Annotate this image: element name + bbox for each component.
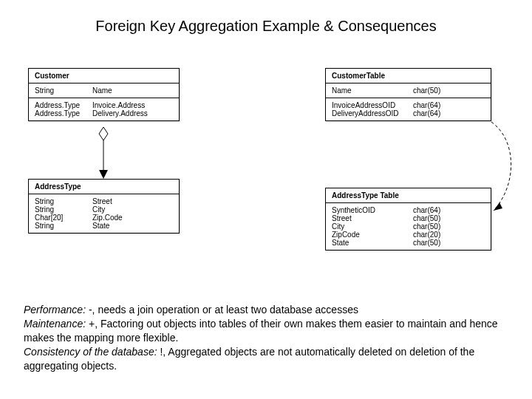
attr-name: Street — [92, 197, 173, 205]
col-type: char(64) — [413, 109, 485, 117]
consequences-text: Performance: -, needs a join operation o… — [24, 303, 508, 372]
table-customertable-name: CustomerTable — [326, 69, 491, 83]
col-name: Name — [332, 86, 413, 95]
col-name: City — [332, 222, 413, 231]
attr-row: String Street — [35, 197, 173, 205]
col-name: SyntheticOID — [332, 206, 413, 214]
cons-label: Consistency of the database: — [24, 346, 157, 358]
attr-row: Char[20] Zip.Code — [35, 214, 173, 222]
col-name: ZipCode — [332, 231, 413, 239]
attr-type: String — [35, 222, 92, 230]
maint-line: Maintenance: +, Factoring out objects in… — [24, 317, 508, 345]
col-name: State — [332, 239, 413, 247]
attr-type: String — [35, 205, 92, 214]
attr-row: String State — [35, 222, 173, 230]
svg-marker-0 — [99, 127, 108, 140]
attr-name: Zip.Code — [92, 214, 173, 222]
col-row: State char(50) — [332, 239, 485, 247]
col-row: SyntheticOID char(64) — [332, 206, 485, 214]
col-row: Street char(50) — [332, 214, 485, 222]
table-addresstypetable-name: AddressType Table — [326, 188, 491, 203]
attr-name: State — [92, 222, 173, 230]
attr-type: Char[20] — [35, 214, 92, 222]
perf-text: -, needs a join operation or at least tw… — [86, 304, 358, 316]
svg-marker-2 — [99, 170, 108, 179]
col-type: char(20) — [413, 231, 485, 239]
page-title: Foreign Key Aggregation Example & Conseq… — [0, 18, 532, 35]
col-name: DeliveryAddressOID — [332, 109, 413, 117]
attr-type: String — [35, 86, 92, 95]
attr-row: String Name — [35, 86, 173, 95]
table-addresstypetable: AddressType Table SyntheticOID char(64) … — [325, 188, 491, 250]
col-name: InvoiceAddressOID — [332, 101, 413, 109]
perf-label: Performance: — [24, 304, 86, 316]
col-row: InvoiceAddressOID char(64) — [332, 101, 485, 109]
maint-label: Maintenance: — [24, 318, 86, 330]
class-customer-name: Customer — [29, 69, 179, 83]
table-customertable: CustomerTable Name char(50) InvoiceAddre… — [325, 68, 491, 121]
svg-marker-3 — [494, 202, 502, 211]
attr-row: Address.Type Invoice.Address — [35, 101, 173, 109]
class-addresstype: AddressType String Street String City Ch… — [28, 179, 180, 233]
attr-name: City — [92, 205, 173, 214]
col-type: char(50) — [413, 214, 485, 222]
col-row: City char(50) — [332, 222, 485, 231]
col-type: char(50) — [413, 86, 485, 95]
col-row: DeliveryAddressOID char(64) — [332, 109, 485, 117]
class-customer: Customer String Name Address.Type Invoic… — [28, 68, 180, 121]
attr-row: String City — [35, 205, 173, 214]
attr-row: Address.Type Delivery.Address — [35, 109, 173, 117]
col-type: char(50) — [413, 222, 485, 231]
col-name: Street — [332, 214, 413, 222]
attr-name: Delivery.Address — [92, 109, 173, 117]
attr-type: Address.Type — [35, 101, 92, 109]
perf-line: Performance: -, needs a join operation o… — [24, 303, 508, 317]
attr-type: String — [35, 197, 92, 205]
class-addresstype-name: AddressType — [29, 180, 179, 194]
aggregation-connector-icon — [96, 127, 111, 182]
attr-type: Address.Type — [35, 109, 92, 117]
maint-text: +, Factoring out objects into tables of … — [24, 318, 498, 344]
cons-line: Consistency of the database: !, Aggregat… — [24, 345, 508, 373]
fk-reference-arrow-icon — [488, 118, 525, 222]
col-row: ZipCode char(20) — [332, 231, 485, 239]
col-type: char(50) — [413, 239, 485, 247]
attr-name: Name — [92, 86, 173, 95]
attr-name: Invoice.Address — [92, 101, 173, 109]
col-type: char(64) — [413, 206, 485, 214]
col-row: Name char(50) — [332, 86, 485, 95]
col-type: char(64) — [413, 101, 485, 109]
